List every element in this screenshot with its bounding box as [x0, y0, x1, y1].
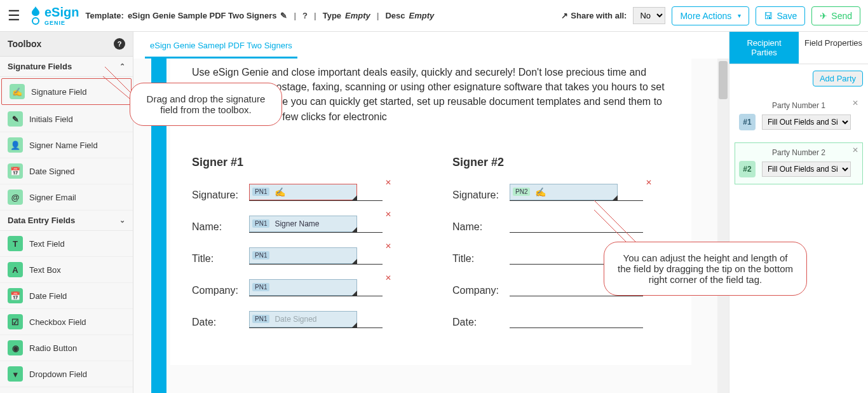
tool-radio-button[interactable]: ◉Radio Button [0, 335, 133, 361]
label-title: Title: [452, 253, 510, 265]
tool-text-field[interactable]: TText Field [0, 231, 133, 257]
logo[interactable]: eSign GENIE [27, 5, 79, 27]
remove-field-icon[interactable]: ✕ [385, 178, 391, 187]
desc-value: Empty [409, 11, 435, 20]
resize-handle[interactable] [352, 291, 357, 296]
party-2[interactable]: Party Number 2 ✕ #2 Fill Out Fields and … [735, 142, 863, 184]
tool-checkbox-field[interactable]: ☑Checkbox Field [0, 309, 133, 335]
toolbox-help-icon[interactable]: ? [114, 38, 125, 50]
template-label: Template: [85, 11, 123, 20]
label-company: Company: [192, 285, 249, 296]
label-company: Company: [452, 285, 510, 296]
type-value: Empty [345, 11, 370, 20]
logo-sub: GENIE [44, 20, 79, 26]
tool-date-signed[interactable]: 📅Date Signed [0, 158, 133, 184]
field-signature-pn2[interactable]: PN2 ✍ [510, 184, 618, 200]
signer-name-text: Signer Name [275, 219, 319, 228]
chevron-down-icon: ⌄ [119, 216, 125, 224]
field-date-pn1[interactable]: PN1 Date Signed [249, 311, 357, 328]
svg-point-0 [32, 18, 39, 24]
section-data-entry-fields[interactable]: Data Entry Fields⌄ [0, 210, 133, 231]
resize-handle[interactable] [352, 195, 357, 200]
pn1-badge: PN1 [252, 251, 269, 259]
share-select[interactable]: No [633, 7, 665, 24]
party1-badge: #1 [739, 114, 756, 130]
date-placeholder: Date Signed [275, 315, 316, 324]
toolbox-header: Toolbox ? [0, 32, 133, 57]
more-actions-button[interactable]: More Actions [672, 6, 749, 25]
desc-label: Desc [385, 11, 405, 20]
party2-action-select[interactable]: Fill Out Fields and Sig [762, 162, 851, 177]
tool-signature-field[interactable]: ✍Signature Field [1, 78, 132, 105]
person-icon: 👤 [8, 137, 23, 153]
remove-field-icon[interactable]: ✕ [646, 178, 652, 187]
tool-initials-field[interactable]: ✎Initials Field [0, 106, 133, 132]
signature-icon: ✍ [275, 187, 285, 197]
help-icon[interactable]: ? [302, 11, 308, 20]
doc-tab[interactable]: eSign Genie Samepl PDF Two Signers [145, 34, 297, 59]
tool-text-box[interactable]: AText Box [0, 257, 133, 283]
scrollbar[interactable] [717, 59, 729, 393]
section-signature-fields[interactable]: Signature Fields⌃ [0, 57, 133, 77]
radio-icon: ◉ [8, 340, 23, 355]
remove-field-icon[interactable]: ✕ [385, 242, 391, 251]
label-name: Name: [192, 221, 249, 233]
edit-icon[interactable]: ✎ [280, 11, 287, 20]
date-icon: 📅 [8, 288, 23, 303]
pn1-badge: PN1 [252, 219, 269, 228]
chevron-up-icon: ⌃ [119, 62, 125, 71]
logo-text: eSign [44, 5, 79, 19]
remove-field-icon[interactable]: ✕ [385, 210, 391, 219]
scrollbar-thumb[interactable] [719, 61, 728, 99]
checkbox-icon: ☑ [8, 314, 23, 329]
textbox-icon: A [8, 262, 23, 277]
type-label: Type [323, 11, 341, 20]
tool-dropdown-field[interactable]: ▾Dropdown Field [0, 361, 133, 387]
remove-field-icon[interactable]: ✕ [385, 273, 391, 282]
section-advanced-fields[interactable]: Advanced Fields⌄ [0, 387, 133, 393]
field-title-pn1[interactable]: PN1 [249, 247, 357, 264]
pn1-badge: PN1 [252, 188, 269, 196]
party-1[interactable]: Party Number 1 ✕ #1 Fill Out Fields and … [735, 95, 863, 137]
doc-tabs: eSign Genie Samepl PDF Two Signers [133, 32, 729, 59]
callout-resize: You can adjust the height and length of … [604, 242, 807, 296]
pencil-icon: ✎ [8, 111, 23, 127]
pn1-badge: PN1 [252, 283, 269, 291]
tool-signer-email[interactable]: @Signer Email [0, 184, 133, 210]
tab-field-properties[interactable]: Field Properties [799, 32, 868, 64]
tab-recipient-parties[interactable]: Recipient Parties [729, 32, 799, 64]
calendar-icon: 📅 [8, 163, 23, 179]
callout-drag-drop: Drag and drop the signature field from t… [130, 83, 282, 126]
field-name-pn1[interactable]: PN1 Signer Name [249, 216, 357, 232]
save-button[interactable]: 🖫Save [756, 6, 805, 25]
resize-handle[interactable] [352, 259, 357, 264]
save-icon: 🖫 [764, 11, 773, 21]
party1-title: Party Number 1 [739, 101, 858, 110]
label-signature: Signature: [192, 190, 249, 201]
at-icon: @ [8, 190, 23, 205]
label-signature: Signature: [452, 190, 510, 201]
dropdown-icon: ▾ [8, 366, 23, 382]
right-panel: Recipient Parties Field Properties Add P… [729, 32, 868, 393]
resize-handle[interactable] [613, 195, 618, 200]
signature-icon: ✍ [535, 187, 546, 197]
template-info: Template: eSign Genie Sample PDF Two Sig… [85, 11, 434, 20]
resize-handle[interactable] [352, 322, 357, 328]
party2-title: Party Number 2 [739, 148, 858, 157]
hamburger-icon[interactable]: ☰ [8, 8, 20, 24]
remove-party-icon[interactable]: ✕ [852, 146, 858, 155]
share-icon: ↗ [561, 11, 568, 20]
remove-party-icon[interactable]: ✕ [852, 99, 858, 107]
field-signature-pn1[interactable]: PN1 ✍ [249, 184, 357, 200]
tool-date-field[interactable]: 📅Date Field [0, 283, 133, 309]
party1-action-select[interactable]: Fill Out Fields and Sig [762, 114, 851, 130]
resize-handle[interactable] [352, 227, 357, 232]
party2-badge: #2 [739, 161, 756, 177]
add-party-button[interactable]: Add Party [813, 71, 863, 86]
label-date: Date: [192, 317, 249, 328]
text-icon: T [8, 236, 23, 251]
field-company-pn1[interactable]: PN1 [249, 279, 357, 296]
send-button[interactable]: ✈Send [811, 6, 860, 25]
label-name: Name: [452, 221, 510, 233]
tool-signer-name-field[interactable]: 👤Signer Name Field [0, 132, 133, 158]
